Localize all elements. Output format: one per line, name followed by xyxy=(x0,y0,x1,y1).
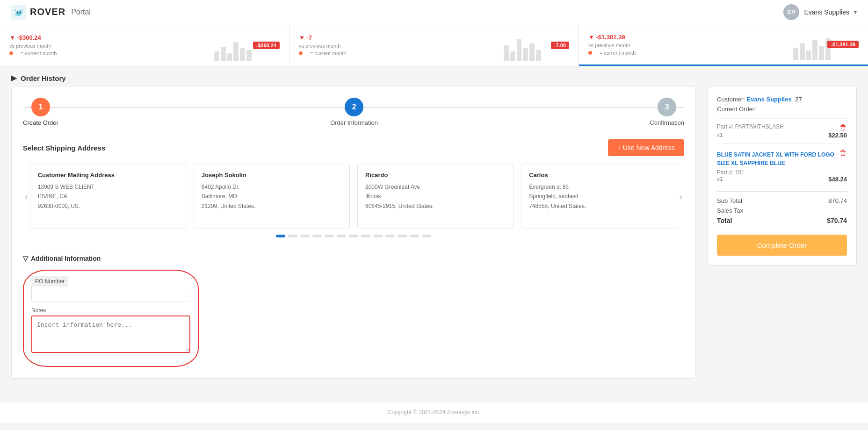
user-menu[interactable]: EV Evans Supplies ▾ xyxy=(783,4,857,20)
stat-chart-0 xyxy=(214,29,252,61)
address-name-2: Ricardo xyxy=(365,172,506,179)
stat-current-0: = current month xyxy=(21,50,57,56)
wizard-content: 1 Create Order 2 Order Information xyxy=(11,86,696,379)
item-1-delete-icon[interactable]: 🗑 xyxy=(839,149,847,157)
stat-badge-2: -$1,381.39 xyxy=(827,41,859,48)
username-label: Evans Supplies xyxy=(804,8,849,16)
total-label: Total xyxy=(717,217,732,224)
step-1-label: Create Order xyxy=(23,119,58,126)
footer-text: Copyright © 2021-2024 Zumasys Inc. xyxy=(388,409,481,416)
notes-textarea[interactable] xyxy=(31,315,190,353)
dot-3[interactable] xyxy=(312,235,322,237)
wizard-card: 1 Create Order 2 Order Information xyxy=(11,86,696,379)
order-item-0: Part #: PART/WITHSLASH 🗑 x1 $22.50 xyxy=(717,118,847,143)
item-0-qty: x1 xyxy=(717,132,723,138)
order-summary: Customer: Evans Supplies 27 Current Orde… xyxy=(707,86,857,265)
stat-change-1: ▼ -7 xyxy=(299,34,312,41)
dot-1[interactable] xyxy=(288,235,297,237)
dot-2[interactable] xyxy=(300,235,310,237)
stat-vs-2: vs previous month xyxy=(588,43,630,48)
stat-current-2: = current month xyxy=(600,50,636,56)
dot-4[interactable] xyxy=(325,235,334,237)
dot-10[interactable] xyxy=(398,235,407,237)
shipping-title-row: Select Shipping Address + Use New Addres… xyxy=(23,139,684,156)
stat-change-0: ▼ -$360.24 xyxy=(9,34,41,41)
additional-chevron-icon: ▽ xyxy=(23,255,28,262)
subtotal-row: Sub Total $70.74 xyxy=(717,197,847,204)
sales-tax-value: - xyxy=(845,207,847,214)
complete-order-button[interactable]: Complete Order xyxy=(717,235,847,256)
address-card-2[interactable]: Ricardo 2000W Greenleaf AveIllinois60645… xyxy=(357,164,514,229)
carousel-next-button[interactable]: › xyxy=(677,187,684,206)
additional-header[interactable]: ▽ Additional Information xyxy=(23,255,684,262)
svg-point-1 xyxy=(17,11,18,13)
customer-count: 27 xyxy=(795,96,802,103)
order-history-arrow-icon: ▶ xyxy=(11,74,17,82)
dot-5[interactable] xyxy=(337,235,346,237)
total-value: $70.74 xyxy=(827,217,847,224)
stats-bar: ▼ -$360.24 vs previous month = current m… xyxy=(0,24,868,66)
step-1: 1 Create Order xyxy=(23,98,58,126)
dot-6[interactable] xyxy=(349,235,358,237)
po-label: PO Number xyxy=(31,276,68,287)
customer-row: Customer: Evans Supplies 27 xyxy=(717,96,847,103)
address-name-1: Joseph Sokolin xyxy=(202,172,342,179)
stat-badge-1: -7.00 xyxy=(551,42,569,49)
avatar: EV xyxy=(783,4,799,20)
stat-card-1[interactable]: ▼ -7 vs previous month = current month -… xyxy=(289,24,579,66)
order-item-1: BLUE SATIN JACKET XL WITH FORD LOGO SIZE… xyxy=(717,143,847,187)
dot-11[interactable] xyxy=(410,235,419,237)
address-card-3[interactable]: Carlos Evergreen st 85Springfield, asdfa… xyxy=(521,164,677,229)
dot-7[interactable] xyxy=(361,235,370,237)
item-1-price: $48.24 xyxy=(828,176,847,183)
address-card-0[interactable]: Customer Mailing Address 13909 S WEB CLI… xyxy=(30,164,186,229)
logo: ROVER Portal xyxy=(11,5,91,20)
additional-label: Additional Information xyxy=(31,255,101,262)
sales-tax-row: Sales Tax - xyxy=(717,207,847,214)
dot-12[interactable] xyxy=(422,235,431,237)
step-3-label: Confirmation xyxy=(650,119,684,126)
customer-name-link[interactable]: Evans Supplies xyxy=(747,96,792,103)
header: ROVER Portal EV Evans Supplies ▾ xyxy=(0,0,868,24)
stat-vs-0: vs previous month xyxy=(9,43,51,49)
customer-label: Customer: xyxy=(717,96,745,103)
item-1-desc: BLUE SATIN JACKET XL WITH FORD LOGO SIZE… xyxy=(717,150,847,167)
step-2-circle: 2 xyxy=(345,98,363,116)
notes-group: Notes xyxy=(31,307,190,353)
subtotal-label: Sub Total xyxy=(717,197,742,204)
right-panel: Customer: Evans Supplies 27 Current Orde… xyxy=(707,86,857,265)
dot-8[interactable] xyxy=(373,235,383,237)
dot-0[interactable] xyxy=(276,235,285,237)
stat-card-2[interactable]: ▼ -$1,381.39 vs previous month = current… xyxy=(579,24,868,66)
dot-9[interactable] xyxy=(385,235,395,237)
stat-card-0[interactable]: ▼ -$360.24 vs previous month = current m… xyxy=(0,24,289,66)
stepper: 1 Create Order 2 Order Information xyxy=(23,98,684,126)
item-0-part: Part #: PART/WITHSLASH xyxy=(717,123,784,130)
footer: Copyright © 2021-2024 Zumasys Inc. xyxy=(0,401,868,423)
notes-label: Notes xyxy=(31,307,190,314)
address-name-0: Customer Mailing Address xyxy=(38,172,178,179)
step-1-circle: 1 xyxy=(31,98,50,116)
use-new-address-button[interactable]: + Use New Address xyxy=(608,139,684,156)
po-number-input[interactable] xyxy=(31,287,190,301)
stat-badge-0: -$360.24 xyxy=(253,42,280,49)
step-2-label: Order Information xyxy=(330,119,378,126)
order-history-label: Order History xyxy=(21,74,66,82)
carousel-dots xyxy=(23,235,684,237)
address-card-1[interactable]: Joseph Sokolin 6402 Apollo Dr.Baltimore,… xyxy=(194,164,350,229)
item-0-delete-icon[interactable]: 🗑 xyxy=(839,123,847,132)
carousel-prev-button[interactable]: ‹ xyxy=(23,187,30,206)
stat-chart-2 xyxy=(793,29,831,60)
order-history-toggle[interactable]: ▶ Order History xyxy=(11,66,857,86)
item-1-part: Part #: 101 xyxy=(717,169,745,176)
address-line-2: 2000W Greenleaf AveIllinois60645-2915, U… xyxy=(365,182,506,211)
logo-portal-text: Portal xyxy=(71,8,91,16)
step-3-circle: 3 xyxy=(658,98,676,116)
shipping-title: Select Shipping Address xyxy=(23,144,105,152)
stat-change-2: ▼ -$1,381.39 xyxy=(588,34,625,41)
step-3[interactable]: 3 Confirmation xyxy=(650,98,684,126)
step-2[interactable]: 2 Order Information xyxy=(330,98,378,126)
po-number-group: PO Number xyxy=(31,276,190,301)
address-carousel: ‹ Customer Mailing Address 13909 S WEB C… xyxy=(23,164,684,229)
address-line-3: Evergreen st 85Springfield, asdfasd74855… xyxy=(529,182,669,211)
